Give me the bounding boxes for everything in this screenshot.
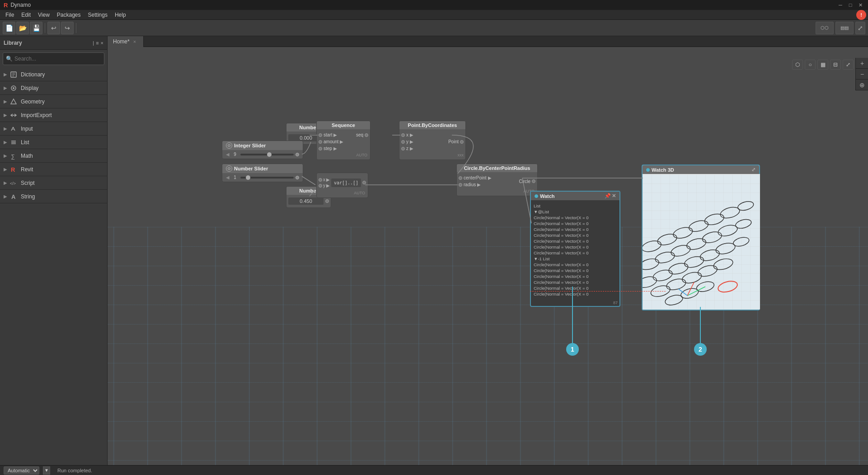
circ-out-label: Circle bbox=[519, 179, 530, 184]
close-button[interactable]: ✕ bbox=[856, 1, 864, 9]
sidebar-item-geometry[interactable]: ▶ Geometry bbox=[0, 95, 107, 108]
num-slider-left-arrow[interactable]: ◀ bbox=[226, 175, 230, 180]
svg-line-20 bbox=[302, 176, 315, 185]
maximize-button[interactable]: □ bbox=[846, 1, 854, 9]
integer-slider-node[interactable]: ⊙ Integer Slider ◀ 9 bbox=[222, 141, 303, 159]
slider-left-arrow[interactable]: ◀ bbox=[226, 152, 230, 157]
integer-slider-track[interactable] bbox=[240, 154, 294, 155]
canvas-icon-layout[interactable]: ▦ bbox=[817, 60, 828, 70]
sidebar-item-list[interactable]: ▶ List bbox=[0, 136, 107, 149]
list-icon bbox=[9, 138, 18, 147]
canvas-background[interactable]: ⬡ ○ ▦ ⊟ ⤢ bbox=[108, 47, 868, 465]
fullscreen-button[interactable]: ⤢ bbox=[855, 22, 865, 34]
revit-icon: R bbox=[9, 165, 18, 174]
watch-list-item-6: Circle(Normal = Vector(X = 0 bbox=[534, 238, 617, 244]
geometry-preview-button[interactable]: ⬡⬡ bbox=[816, 22, 834, 34]
canvas-icon-circle[interactable]: ○ bbox=[805, 60, 816, 70]
integer-slider-thumb[interactable] bbox=[267, 152, 272, 157]
tab-close-button[interactable]: × bbox=[133, 39, 136, 44]
sidebar-item-revit[interactable]: ▶ R Revit bbox=[0, 163, 107, 176]
circ-auto: AUTO bbox=[457, 188, 537, 194]
sidebar-item-math[interactable]: ▶ ∑ Math bbox=[0, 149, 107, 163]
canvas-icon-split[interactable]: ⊟ bbox=[830, 60, 841, 70]
tab-home[interactable]: Home* × bbox=[108, 36, 144, 47]
number-value-2: 0.450 bbox=[288, 198, 324, 205]
sequence-node-body: start ▶ amount ▶ step ▶ bbox=[317, 129, 370, 160]
watch3d-node[interactable]: Watch 3D ⤢ bbox=[642, 165, 760, 310]
expand-arrow: ▶ bbox=[4, 140, 7, 145]
seq-start-label: start bbox=[324, 132, 332, 137]
window-controls[interactable]: ─ □ ✕ bbox=[836, 1, 864, 9]
search-box[interactable]: 🔍 bbox=[3, 52, 104, 65]
sidebar-item-label-geometry: Geometry bbox=[21, 99, 45, 105]
menubar: File Edit View Packages Settings Help ! bbox=[0, 10, 868, 20]
sidebar-item-dictionary[interactable]: ▶ Dictionary bbox=[0, 68, 107, 81]
number-slider-track[interactable] bbox=[240, 177, 294, 179]
run-mode-select[interactable]: Automatic bbox=[4, 466, 39, 475]
code-block-content: var[]..[] bbox=[331, 179, 361, 187]
point-bycoords-node[interactable]: Point.ByCoordinates x ▶ y bbox=[399, 121, 466, 160]
menu-view[interactable]: View bbox=[34, 11, 53, 19]
watch3d-expand-icon[interactable]: ⤢ bbox=[751, 167, 755, 173]
canvas-icon-shapes[interactable]: ⬡ bbox=[792, 60, 803, 70]
zoom-in-button[interactable]: + bbox=[856, 58, 868, 69]
sidebar-item-string[interactable]: ▶ A String bbox=[0, 190, 107, 203]
pt-z-label: z bbox=[406, 146, 408, 151]
sidebar-item-label-script: Script bbox=[21, 180, 35, 186]
script-icon: </> bbox=[9, 179, 18, 188]
cb-auto: AUTO bbox=[317, 190, 368, 196]
canvas-area[interactable]: Home* × ⬡ ○ ▦ ⊟ ⤢ bbox=[108, 36, 868, 465]
string-icon: A bbox=[9, 192, 18, 201]
run-status-text: Run completed. bbox=[57, 468, 92, 473]
menu-settings[interactable]: Settings bbox=[84, 11, 111, 19]
integer-slider-body: ◀ 9 bbox=[222, 150, 303, 159]
circ-cp-label: centerPoint bbox=[464, 175, 487, 180]
cb-y-port bbox=[319, 184, 322, 188]
canvas-icon-fullscreen[interactable]: ⤢ bbox=[843, 60, 854, 70]
info-button[interactable]: ! bbox=[856, 10, 866, 20]
new-file-button[interactable]: 📄 bbox=[3, 22, 15, 34]
open-file-button[interactable]: 📂 bbox=[16, 22, 29, 34]
number-slider-node[interactable]: ⊙ Number Slider ◀ 1 bbox=[222, 164, 303, 182]
svg-text:∑: ∑ bbox=[11, 153, 15, 160]
library-icon-menu[interactable]: ≡ bbox=[96, 40, 99, 46]
search-input[interactable] bbox=[14, 56, 101, 62]
number-slider-thumb[interactable] bbox=[246, 175, 250, 180]
integer-slider-circle[interactable]: ⊙ bbox=[226, 142, 232, 149]
sidebar-item-display[interactable]: ▶ Display bbox=[0, 81, 107, 95]
sidebar-item-label-importexport: ImportExport bbox=[21, 112, 52, 118]
undo-button[interactable]: ↩ bbox=[47, 22, 60, 34]
watch-close-icon[interactable]: ✕ bbox=[612, 193, 616, 199]
minimize-button[interactable]: ─ bbox=[836, 1, 845, 9]
number-slider-circle[interactable]: ⊙ bbox=[226, 165, 232, 172]
watch-count: 87 bbox=[531, 300, 619, 306]
save-file-button[interactable]: 💾 bbox=[30, 22, 42, 34]
zoom-fit-button[interactable]: ⊕ bbox=[856, 80, 868, 90]
sequence-node[interactable]: Sequence start ▶ amount bbox=[316, 121, 371, 160]
watch-list-item-11: Circle(Normal = Vector(X = 0 bbox=[534, 268, 617, 273]
circle-bycenter-node[interactable]: Circle.ByCenterPointRadius centerPoint ▶ bbox=[456, 164, 538, 196]
watch-pin-icon[interactable]: 📌 bbox=[605, 193, 611, 199]
watch-node[interactable]: Watch 📌 ✕ List ▼@List Circle(Normal = Ve… bbox=[530, 191, 620, 307]
svg-text:</>: </> bbox=[10, 181, 16, 186]
menu-help[interactable]: Help bbox=[111, 11, 130, 19]
seq-step-port bbox=[319, 147, 322, 150]
menu-edit[interactable]: Edit bbox=[18, 11, 34, 19]
library-icon-close[interactable]: × bbox=[101, 40, 103, 46]
sidebar-item-importexport[interactable]: ▶ ImportExport bbox=[0, 108, 107, 122]
circ-cp-port bbox=[459, 176, 462, 180]
layout-button[interactable]: ▤▤ bbox=[835, 22, 854, 34]
zoom-out-button[interactable]: − bbox=[856, 69, 868, 80]
number2-out-port bbox=[325, 199, 329, 203]
watch-list-item-7: Circle(Normal = Vector(X = 0 bbox=[534, 244, 617, 250]
menu-file[interactable]: File bbox=[2, 11, 18, 19]
run-dropdown-button[interactable]: ▼ bbox=[43, 466, 50, 475]
sidebar-item-input[interactable]: ▶ Input bbox=[0, 122, 107, 136]
integer-slider-header: ⊙ Integer Slider bbox=[222, 141, 303, 150]
sidebar-item-script[interactable]: ▶ </> Script bbox=[0, 176, 107, 190]
menu-packages[interactable]: Packages bbox=[53, 11, 84, 19]
toolbar-separator bbox=[45, 23, 45, 33]
redo-button[interactable]: ↪ bbox=[61, 22, 74, 34]
number-slider-title: Number Slider bbox=[234, 166, 268, 171]
code-block-node[interactable]: x ▶ y ▶ var[]..[] bbox=[316, 173, 368, 198]
